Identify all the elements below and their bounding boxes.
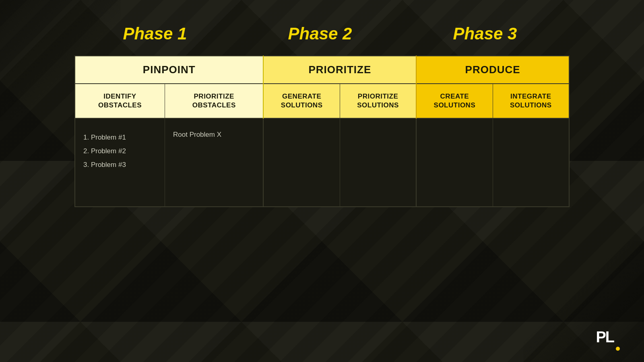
phase-2-header: Phase 2 (237, 24, 402, 43)
problem-2: 2. Problem #2 (83, 144, 157, 158)
cell-integrate-solutions (493, 118, 569, 207)
cell-identify-obstacles: 1. Problem #1 2. Problem #2 3. Problem #… (75, 118, 165, 207)
subheader-identify-obstacles: IDENTIFYOBSTACLES (75, 84, 165, 118)
cell-create-solutions (416, 118, 493, 207)
subheader-prioritize-solutions: PRIORITIZESOLUTIONS (340, 84, 416, 118)
cell-generate-solutions (263, 118, 340, 207)
phase-1-header: Phase 1 (72, 24, 237, 43)
group-pinpoint-header: PINPOINT (75, 56, 263, 84)
cell-prioritize-solutions (340, 118, 416, 207)
sub-header-row: IDENTIFYOBSTACLES PRIORITIZEOBSTACLES GE… (75, 84, 569, 118)
logo: PL (596, 329, 620, 346)
logo-text: PL (596, 329, 614, 346)
group-prioritize-header: PRIORITIZE (263, 56, 416, 84)
subheader-generate-solutions: GENERATESOLUTIONS (263, 84, 340, 118)
content-row: 1. Problem #1 2. Problem #2 3. Problem #… (75, 118, 569, 207)
logo-dot (616, 347, 620, 351)
subheader-prioritize-obstacles: PRIORITIZEOBSTACLES (165, 84, 264, 118)
subheader-create-solutions: CREATESOLUTIONS (416, 84, 493, 118)
problem-3: 3. Problem #3 (83, 158, 157, 172)
group-header-row: PINPOINT PRIORITIZE PRODUCE (75, 56, 569, 84)
main-container: Phase 1 Phase 2 Phase 3 PINPOINT PRIORIT… (0, 0, 644, 362)
problems-list: 1. Problem #1 2. Problem #2 3. Problem #… (83, 131, 157, 172)
phase-3-header: Phase 3 (402, 24, 568, 43)
group-produce-header: PRODUCE (416, 56, 569, 84)
cell-prioritize-obstacles: Root Problem X (165, 118, 264, 207)
problem-1: 1. Problem #1 (83, 131, 157, 144)
subheader-integrate-solutions: INTEGRATESOLUTIONS (493, 84, 569, 118)
phase-headers: Phase 1 Phase 2 Phase 3 (72, 24, 568, 43)
root-problem-value: Root Problem X (173, 131, 221, 138)
framework-table: PINPOINT PRIORITIZE PRODUCE IDENTIFYOBST… (74, 56, 570, 207)
